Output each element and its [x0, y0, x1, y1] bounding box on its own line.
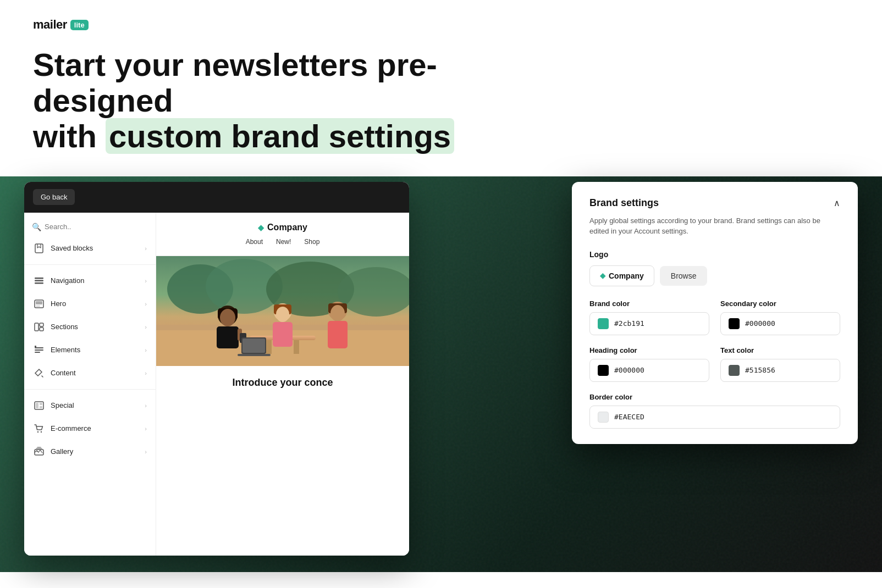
navigation-label: Navigation	[51, 276, 139, 285]
website-logo-diamond: ◆	[258, 223, 264, 232]
ecommerce-label: E-commerce	[51, 424, 139, 432]
heading-color-group: Heading color #000000	[589, 346, 709, 382]
sidebar: 🔍 document.querySelector('[data-name="se…	[24, 213, 156, 556]
sidebar-item-hero[interactable]: Hero ›	[24, 292, 156, 315]
svg-rect-37	[217, 326, 239, 348]
sidebar-item-ecommerce[interactable]: E-commerce ›	[24, 417, 156, 440]
svg-rect-31	[266, 340, 272, 354]
svg-rect-11	[35, 350, 43, 351]
website-nav-new: New!	[276, 238, 291, 246]
text-color-group: Text color #515856	[720, 346, 840, 382]
navigation-chevron: ›	[145, 278, 147, 284]
svg-rect-49	[242, 339, 265, 353]
border-color-label: Border color	[589, 393, 840, 401]
svg-rect-50	[238, 354, 271, 356]
top-section: mailer lite Start your newsletters pre-d…	[0, 0, 882, 154]
svg-point-19	[41, 431, 42, 432]
website-logo: ◆ Company	[169, 223, 396, 232]
svg-rect-10	[35, 347, 43, 348]
logo-text: mailer	[33, 18, 67, 32]
svg-rect-3	[35, 282, 43, 284]
editor-body: 🔍 document.querySelector('[data-name="se…	[24, 213, 409, 556]
website-logo-name: Company	[267, 223, 307, 232]
special-icon	[33, 400, 45, 412]
headline-line2-plain: with	[33, 118, 106, 154]
brand-color-group: Brand color #2cb191	[589, 299, 709, 335]
svg-rect-7	[35, 323, 38, 331]
svg-rect-0	[35, 244, 43, 253]
secondary-color-swatch	[729, 318, 740, 329]
svg-point-21	[37, 451, 38, 452]
svg-rect-8	[40, 323, 43, 326]
sidebar-item-content[interactable]: Content ›	[24, 362, 156, 385]
editor-topbar: Go back	[24, 182, 409, 213]
chevron-up-icon[interactable]: ∧	[834, 198, 840, 208]
text-color-value: #515856	[745, 366, 775, 374]
website-nav-about: About	[246, 238, 263, 246]
sidebar-item-gallery[interactable]: Gallery ›	[24, 440, 156, 463]
brand-panel-header: Brand settings ∧	[589, 197, 840, 209]
gallery-chevron: ›	[145, 448, 147, 455]
svg-point-36	[220, 309, 235, 326]
headline-line1: Start your newsletters pre-designed	[33, 47, 437, 118]
border-color-swatch	[598, 412, 609, 423]
heading-color-swatch	[598, 365, 609, 376]
text-color-swatch	[729, 365, 740, 376]
svg-rect-43	[273, 322, 293, 347]
secondary-color-group: Secondary color #000000	[720, 299, 840, 335]
go-back-button[interactable]: Go back	[33, 189, 75, 205]
hero-label: Hero	[51, 299, 139, 308]
sidebar-item-saved-blocks[interactable]: Saved blocks ›	[24, 237, 156, 260]
border-color-input[interactable]: #EAECED	[589, 406, 840, 429]
sidebar-item-special[interactable]: Special ›	[24, 394, 156, 417]
sections-icon	[33, 321, 45, 333]
svg-rect-5	[36, 301, 42, 304]
saved-blocks-label: Saved blocks	[51, 244, 139, 252]
text-color-input[interactable]: #515856	[720, 359, 840, 382]
hero-icon	[33, 298, 45, 310]
content-icon	[33, 367, 45, 379]
website-header: ◆ Company About New! Shop	[156, 213, 409, 256]
website-nav: About New! Shop	[169, 238, 396, 246]
svg-point-46	[330, 305, 345, 321]
svg-rect-2	[35, 280, 43, 281]
content-chevron: ›	[145, 370, 147, 376]
secondary-color-input[interactable]: #000000	[720, 312, 840, 335]
heading-color-value: #000000	[614, 366, 644, 374]
brand-panel-title: Brand settings	[589, 197, 659, 209]
logo-badge: lite	[70, 20, 89, 30]
sidebar-divider-1	[24, 264, 156, 265]
svg-rect-12	[35, 352, 40, 353]
gallery-icon	[33, 446, 45, 458]
brand-color-swatch	[598, 318, 609, 329]
elements-chevron: ›	[145, 347, 147, 353]
brand-color-label: Brand color	[589, 299, 709, 308]
introduce-text: Introduce your conce	[232, 377, 333, 388]
browse-button[interactable]: Browse	[660, 266, 708, 286]
color-row-1: Brand color #2cb191 Secondary color #000…	[589, 299, 840, 335]
saved-blocks-chevron: ›	[145, 245, 147, 252]
color-row-2: Heading color #000000 Text color #515856	[589, 346, 840, 382]
photo-container	[156, 256, 409, 366]
brand-color-input[interactable]: #2cb191	[589, 312, 709, 335]
search-icon: 🔍	[32, 223, 41, 231]
sidebar-item-elements[interactable]: Elements ›	[24, 339, 156, 362]
sidebar-item-sections[interactable]: Sections ›	[24, 315, 156, 339]
elements-icon	[33, 344, 45, 356]
gallery-label: Gallery	[51, 447, 139, 456]
people-scene	[156, 256, 409, 366]
sidebar-item-navigation[interactable]: Navigation ›	[24, 269, 156, 292]
search-input[interactable]	[45, 223, 148, 231]
heading-color-input[interactable]: #000000	[589, 359, 709, 382]
headline: Start your newsletters pre-designed with…	[33, 47, 528, 154]
sections-label: Sections	[51, 323, 139, 331]
logo-section-label: Logo	[589, 250, 840, 259]
bottom-section: Go back 🔍 document.querySelector('[data-…	[0, 176, 882, 572]
special-chevron: ›	[145, 402, 147, 409]
logo-preview-box: ◆ Company	[589, 265, 654, 286]
svg-rect-13	[35, 346, 36, 347]
logo-diamond-icon: ◆	[600, 271, 605, 280]
brand-settings-panel: Brand settings ∧ Apply global settings a…	[572, 182, 858, 444]
hero-chevron: ›	[145, 301, 147, 307]
secondary-color-label: Secondary color	[720, 299, 840, 308]
